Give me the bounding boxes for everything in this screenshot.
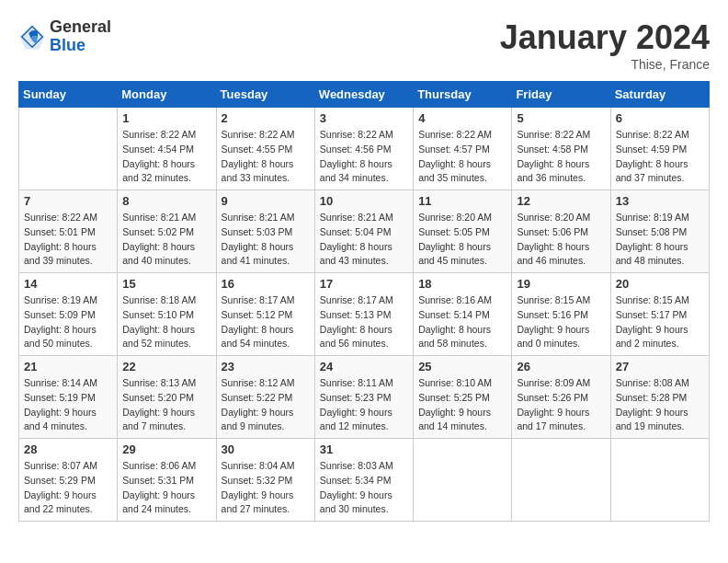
day-info: Sunrise: 8:19 AMSunset: 5:09 PMDaylight:… xyxy=(24,294,97,349)
table-row: 17 Sunrise: 8:17 AMSunset: 5:13 PMDaylig… xyxy=(314,273,413,356)
day-number: 20 xyxy=(616,277,704,291)
day-info: Sunrise: 8:17 AMSunset: 5:13 PMDaylight:… xyxy=(320,294,393,349)
day-number: 7 xyxy=(24,194,112,208)
title-section: January 2024 Thise, France xyxy=(500,18,710,72)
page-header: General Blue January 2024 Thise, France xyxy=(18,18,710,72)
day-number: 28 xyxy=(24,442,112,456)
table-row: 11 Sunrise: 8:20 AMSunset: 5:05 PMDaylig… xyxy=(414,190,512,273)
day-info: Sunrise: 8:20 AMSunset: 5:05 PMDaylight:… xyxy=(418,212,492,266)
day-info: Sunrise: 8:14 AMSunset: 5:19 PMDaylight:… xyxy=(24,377,97,431)
day-info: Sunrise: 8:21 AMSunset: 5:03 PMDaylight:… xyxy=(222,212,295,266)
day-info: Sunrise: 8:03 AMSunset: 5:34 PMDaylight:… xyxy=(320,460,393,514)
table-row: 13 Sunrise: 8:19 AMSunset: 5:08 PMDaylig… xyxy=(610,190,709,273)
day-number: 14 xyxy=(24,277,112,291)
location: Thise, France xyxy=(500,57,710,72)
day-number: 3 xyxy=(320,111,408,125)
day-number: 8 xyxy=(122,194,210,208)
day-info: Sunrise: 8:17 AMSunset: 5:12 PMDaylight:… xyxy=(222,294,295,349)
calendar-week-row: 1 Sunrise: 8:22 AMSunset: 4:54 PMDayligh… xyxy=(19,108,710,190)
table-row: 22 Sunrise: 8:13 AMSunset: 5:20 PMDaylig… xyxy=(118,356,216,439)
day-number: 11 xyxy=(418,194,506,208)
day-info: Sunrise: 8:22 AMSunset: 4:57 PMDaylight:… xyxy=(418,129,492,183)
day-number: 29 xyxy=(122,442,210,456)
day-info: Sunrise: 8:22 AMSunset: 4:59 PMDaylight:… xyxy=(616,129,689,183)
logo-blue: Blue xyxy=(50,37,111,55)
table-row xyxy=(512,439,610,522)
day-info: Sunrise: 8:08 AMSunset: 5:28 PMDaylight:… xyxy=(616,377,689,431)
logo-text: General Blue xyxy=(50,18,111,55)
calendar-table: Sunday Monday Tuesday Wednesday Thursday… xyxy=(18,81,710,522)
day-number: 18 xyxy=(418,277,506,291)
day-number: 9 xyxy=(222,194,310,208)
calendar-week-row: 14 Sunrise: 8:19 AMSunset: 5:09 PMDaylig… xyxy=(19,273,710,356)
table-row: 7 Sunrise: 8:22 AMSunset: 5:01 PMDayligh… xyxy=(19,190,118,273)
table-row xyxy=(19,108,118,190)
table-row: 24 Sunrise: 8:11 AMSunset: 5:23 PMDaylig… xyxy=(314,356,413,439)
calendar-week-row: 7 Sunrise: 8:22 AMSunset: 5:01 PMDayligh… xyxy=(19,190,710,273)
day-number: 24 xyxy=(320,360,408,373)
calendar-week-row: 21 Sunrise: 8:14 AMSunset: 5:19 PMDaylig… xyxy=(19,356,710,439)
day-number: 23 xyxy=(222,360,310,373)
day-number: 2 xyxy=(222,111,310,125)
day-number: 31 xyxy=(320,442,408,456)
table-row: 10 Sunrise: 8:21 AMSunset: 5:04 PMDaylig… xyxy=(314,190,413,273)
table-row: 19 Sunrise: 8:15 AMSunset: 5:16 PMDaylig… xyxy=(512,273,610,356)
table-row: 31 Sunrise: 8:03 AMSunset: 5:34 PMDaylig… xyxy=(314,439,413,522)
table-row: 1 Sunrise: 8:22 AMSunset: 4:54 PMDayligh… xyxy=(118,108,216,190)
day-info: Sunrise: 8:19 AMSunset: 5:08 PMDaylight:… xyxy=(616,212,689,266)
day-number: 1 xyxy=(122,111,210,125)
table-row: 9 Sunrise: 8:21 AMSunset: 5:03 PMDayligh… xyxy=(216,190,314,273)
day-info: Sunrise: 8:12 AMSunset: 5:22 PMDaylight:… xyxy=(222,377,295,431)
day-number: 10 xyxy=(320,194,408,208)
table-row: 14 Sunrise: 8:19 AMSunset: 5:09 PMDaylig… xyxy=(19,273,118,356)
day-number: 17 xyxy=(320,277,408,291)
month-title: January 2024 xyxy=(500,18,710,57)
table-row: 4 Sunrise: 8:22 AMSunset: 4:57 PMDayligh… xyxy=(414,108,512,190)
day-info: Sunrise: 8:10 AMSunset: 5:25 PMDaylight:… xyxy=(418,377,492,431)
day-info: Sunrise: 8:16 AMSunset: 5:14 PMDaylight:… xyxy=(418,294,492,349)
day-number: 15 xyxy=(122,277,210,291)
col-sunday: Sunday xyxy=(19,82,118,108)
day-number: 26 xyxy=(517,360,605,373)
col-monday: Monday xyxy=(118,82,216,108)
day-info: Sunrise: 8:21 AMSunset: 5:04 PMDaylight:… xyxy=(320,212,393,266)
day-info: Sunrise: 8:22 AMSunset: 4:56 PMDaylight:… xyxy=(320,129,393,183)
day-info: Sunrise: 8:09 AMSunset: 5:26 PMDaylight:… xyxy=(517,377,590,431)
day-number: 27 xyxy=(616,360,704,373)
table-row: 2 Sunrise: 8:22 AMSunset: 4:55 PMDayligh… xyxy=(216,108,314,190)
table-row: 6 Sunrise: 8:22 AMSunset: 4:59 PMDayligh… xyxy=(610,108,709,190)
table-row: 28 Sunrise: 8:07 AMSunset: 5:29 PMDaylig… xyxy=(19,439,118,522)
day-number: 25 xyxy=(418,360,506,373)
day-info: Sunrise: 8:22 AMSunset: 4:58 PMDaylight:… xyxy=(517,129,590,183)
col-wednesday: Wednesday xyxy=(314,82,413,108)
table-row: 15 Sunrise: 8:18 AMSunset: 5:10 PMDaylig… xyxy=(118,273,216,356)
table-row: 18 Sunrise: 8:16 AMSunset: 5:14 PMDaylig… xyxy=(414,273,512,356)
logo: General Blue xyxy=(18,18,111,55)
day-number: 13 xyxy=(616,194,704,208)
day-number: 12 xyxy=(517,194,605,208)
table-row xyxy=(414,439,512,522)
day-info: Sunrise: 8:13 AMSunset: 5:20 PMDaylight:… xyxy=(122,377,196,431)
table-row: 23 Sunrise: 8:12 AMSunset: 5:22 PMDaylig… xyxy=(216,356,314,439)
day-info: Sunrise: 8:06 AMSunset: 5:31 PMDaylight:… xyxy=(122,460,196,514)
day-info: Sunrise: 8:20 AMSunset: 5:06 PMDaylight:… xyxy=(517,212,590,266)
table-row xyxy=(610,439,709,522)
day-info: Sunrise: 8:18 AMSunset: 5:10 PMDaylight:… xyxy=(122,294,196,349)
table-row: 8 Sunrise: 8:21 AMSunset: 5:02 PMDayligh… xyxy=(118,190,216,273)
day-number: 21 xyxy=(24,360,112,373)
day-info: Sunrise: 8:04 AMSunset: 5:32 PMDaylight:… xyxy=(222,460,295,514)
logo-icon xyxy=(18,23,46,51)
table-row: 30 Sunrise: 8:04 AMSunset: 5:32 PMDaylig… xyxy=(216,439,314,522)
day-number: 30 xyxy=(222,442,310,456)
table-row: 25 Sunrise: 8:10 AMSunset: 5:25 PMDaylig… xyxy=(414,356,512,439)
day-number: 19 xyxy=(517,277,605,291)
table-row: 29 Sunrise: 8:06 AMSunset: 5:31 PMDaylig… xyxy=(118,439,216,522)
table-row: 16 Sunrise: 8:17 AMSunset: 5:12 PMDaylig… xyxy=(216,273,314,356)
day-number: 6 xyxy=(616,111,704,125)
day-number: 16 xyxy=(222,277,310,291)
logo-general: General xyxy=(50,18,111,37)
calendar-week-row: 28 Sunrise: 8:07 AMSunset: 5:29 PMDaylig… xyxy=(19,439,710,522)
day-info: Sunrise: 8:07 AMSunset: 5:29 PMDaylight:… xyxy=(24,460,97,514)
table-row: 5 Sunrise: 8:22 AMSunset: 4:58 PMDayligh… xyxy=(512,108,610,190)
table-row: 27 Sunrise: 8:08 AMSunset: 5:28 PMDaylig… xyxy=(610,356,709,439)
